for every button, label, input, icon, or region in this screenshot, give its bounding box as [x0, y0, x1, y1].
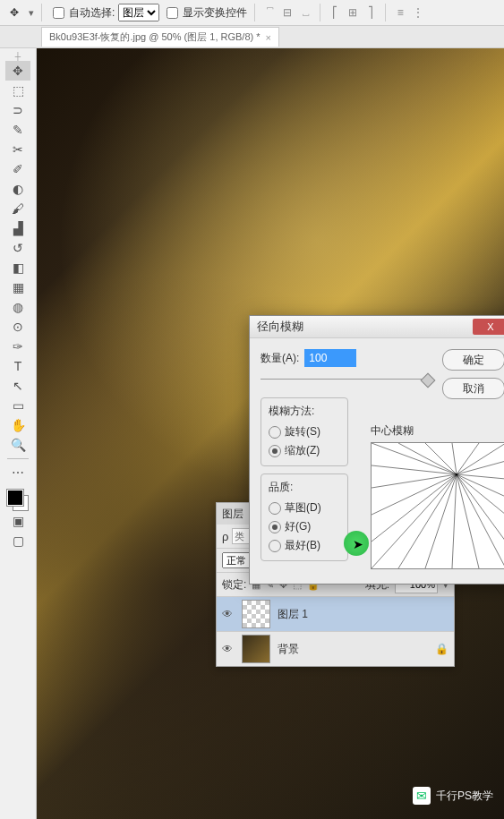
lasso-tool[interactable]: ⊃: [5, 100, 30, 120]
svg-line-6: [457, 461, 504, 474]
align-hcenter-icon[interactable]: ⊞: [346, 5, 360, 20]
svg-line-19: [372, 474, 457, 488]
shape-tool[interactable]: ▭: [5, 396, 30, 415]
close-tab-icon[interactable]: ×: [266, 32, 271, 43]
lock-label: 锁定:: [222, 577, 246, 593]
slider-thumb[interactable]: [421, 373, 436, 388]
watermark: ✉ 千行PS教学: [413, 787, 493, 805]
svg-line-5: [457, 443, 504, 474]
move-tool[interactable]: ✥: [5, 61, 30, 81]
blur-method-group: 模糊方法: 旋转(S) 缩放(Z): [261, 397, 348, 466]
svg-line-18: [372, 474, 457, 515]
cursor-arrow-icon: ➤: [353, 537, 363, 551]
dodge-tool[interactable]: ⊙: [5, 317, 30, 337]
show-transform-checkbox[interactable]: 显示变换控件: [163, 4, 247, 21]
amount-label: 数量(A):: [261, 351, 299, 366]
svg-line-13: [452, 474, 457, 568]
zoom-tool[interactable]: 🔍: [5, 435, 30, 455]
pen-tool[interactable]: ✑: [5, 337, 30, 356]
amount-input[interactable]: [304, 349, 356, 367]
amount-slider[interactable]: [261, 372, 433, 387]
cancel-button[interactable]: 取消: [442, 378, 504, 399]
foreground-color[interactable]: [7, 490, 23, 506]
svg-line-2: [425, 443, 457, 474]
layer-row[interactable]: 👁 图层 1: [217, 596, 454, 631]
divider: [385, 4, 386, 21]
dialog-close-button[interactable]: X: [473, 319, 504, 335]
path-select-tool[interactable]: ↖: [5, 376, 30, 396]
align-left-icon[interactable]: ⎡: [328, 5, 342, 20]
separator: [7, 458, 29, 459]
options-bar: ✥ ▾ 自动选择: 图层 显示变换控件 ⎴ ⊟ ⎵ ⎡ ⊞ ⎤ ≡ ⋮: [0, 0, 504, 26]
svg-line-1: [398, 443, 457, 474]
svg-line-14: [425, 474, 457, 568]
ruler-origin: ┼: [15, 52, 21, 61]
zoom-lines-icon: [372, 443, 504, 568]
ok-button[interactable]: 确定: [442, 349, 504, 371]
auto-select-dropdown[interactable]: 图层: [118, 4, 159, 21]
layer-row[interactable]: 👁 背景 🔒: [217, 631, 454, 666]
divider: [41, 4, 42, 21]
search-icon: ρ: [222, 530, 228, 543]
eraser-tool[interactable]: ◧: [5, 258, 30, 277]
watermark-text: 千行PS教学: [436, 789, 493, 804]
type-tool[interactable]: T: [5, 356, 30, 376]
method-zoom-radio[interactable]: 缩放(Z): [269, 441, 340, 460]
stamp-tool[interactable]: ▟: [5, 218, 30, 238]
distribute-icon[interactable]: ⋮: [411, 5, 425, 20]
method-spin-radio[interactable]: 旋转(S): [269, 422, 340, 441]
svg-line-3: [452, 443, 457, 474]
auto-select-checkbox[interactable]: 自动选择:: [49, 4, 115, 21]
blur-center-preview[interactable]: [371, 442, 504, 569]
move-tool-icon: ✥: [4, 6, 25, 19]
align-right-icon[interactable]: ⎤: [363, 5, 378, 20]
align-vcenter-icon[interactable]: ⊟: [280, 5, 295, 20]
document-tab-bar: Bk0u93E3f-恢复的.jpg @ 50% (图层 1, RGB/8) * …: [0, 26, 504, 48]
healing-tool[interactable]: ◐: [5, 179, 30, 199]
svg-line-9: [457, 474, 504, 515]
quick-mask-icon[interactable]: ▣: [5, 511, 30, 531]
layer-name[interactable]: 背景: [278, 642, 299, 657]
color-swatch[interactable]: [7, 490, 29, 511]
layer-thumbnail[interactable]: [242, 600, 270, 628]
align-bottom-icon[interactable]: ⎵: [298, 5, 312, 20]
document-tab[interactable]: Bk0u93E3f-恢复的.jpg @ 50% (图层 1, RGB/8) * …: [41, 27, 279, 47]
svg-line-17: [372, 474, 457, 542]
canvas[interactable]: 径向模糊 X 数量(A): 模糊方法: 旋转(S) 缩放(Z): [37, 48, 504, 819]
svg-line-12: [457, 474, 479, 568]
svg-line-8: [457, 474, 504, 497]
dialog-title-text: 径向模糊: [257, 319, 303, 335]
quality-draft-radio[interactable]: 草图(D): [269, 499, 340, 517]
history-brush-tool[interactable]: ↺: [5, 238, 30, 258]
svg-line-15: [398, 474, 457, 568]
visibility-icon[interactable]: 👁: [222, 608, 235, 620]
divider: [320, 4, 320, 21]
dialog-titlebar[interactable]: 径向模糊 X: [250, 316, 504, 338]
document-title: Bk0u93E3f-恢复的.jpg @ 50% (图层 1, RGB/8) *: [49, 30, 261, 44]
hand-tool[interactable]: ✋: [5, 415, 30, 435]
dropdown-icon[interactable]: ▾: [29, 7, 34, 19]
method-legend: 模糊方法:: [269, 404, 340, 419]
radial-blur-dialog: 径向模糊 X 数量(A): 模糊方法: 旋转(S) 缩放(Z): [249, 315, 504, 584]
visibility-icon[interactable]: 👁: [222, 643, 235, 655]
lock-icon: 🔒: [435, 643, 448, 655]
divider: [254, 4, 255, 21]
brush-tool[interactable]: ✎: [5, 120, 30, 140]
gradient-tool[interactable]: ▦: [5, 277, 30, 297]
paintbrush-tool[interactable]: 🖌: [5, 199, 30, 218]
eyedropper-tool[interactable]: ✐: [5, 159, 30, 179]
marquee-tool[interactable]: ⬚: [5, 81, 30, 100]
layers-tab[interactable]: 图层: [222, 507, 243, 522]
svg-line-16: [372, 474, 457, 568]
align-top-icon[interactable]: ⎴: [262, 5, 277, 20]
crop-tool[interactable]: ✂: [5, 140, 30, 159]
quality-good-radio[interactable]: 好(G): [269, 517, 340, 536]
toolbox: ┼ ✥ ⬚ ⊃ ✎ ✂ ✐ ◐ 🖌 ▟ ↺ ◧ ▦ ◍ ⊙ ✑ T ↖ ▭ ✋ …: [0, 48, 37, 819]
screen-mode-icon[interactable]: ▢: [5, 531, 30, 550]
blur-tool[interactable]: ◍: [5, 297, 30, 317]
distribute-icon[interactable]: ≡: [393, 5, 407, 20]
quality-best-radio[interactable]: 最好(B): [269, 536, 340, 555]
edit-toolbar-icon[interactable]: ⋯: [5, 463, 30, 482]
layer-name[interactable]: 图层 1: [278, 607, 308, 622]
layer-thumbnail[interactable]: [242, 635, 270, 663]
